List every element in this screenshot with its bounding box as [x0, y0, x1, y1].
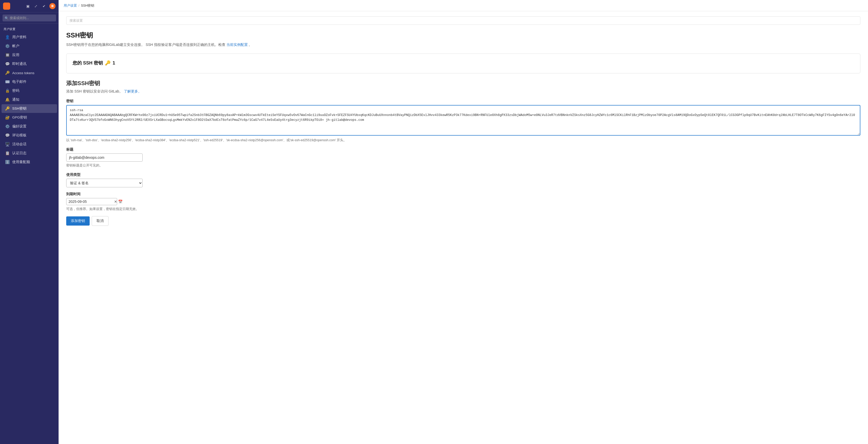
sidebar-item-profile[interactable]: 👤用户资料 [2, 33, 57, 41]
sidebar-icon-notifications: 🔔 [5, 97, 10, 102]
learn-more-link[interactable]: 了解更多。 [124, 89, 142, 93]
sidebar-item-active-sessions[interactable]: 🖥️活动会话 [2, 140, 57, 149]
sidebar-label-apps: 应用 [12, 53, 19, 57]
user-avatar[interactable]: 极 [50, 3, 56, 9]
key-field-group: 密钥 以 'ssh-rsa'、'ssh-dss'、'ecdsa-sha2-nis… [66, 99, 860, 143]
title-input[interactable] [66, 153, 143, 161]
add-ssh-form: 添加SSH密钥 添加 SSH 密钥以安全访问 GitLab。 了解更多。 密钥 … [66, 80, 860, 226]
sidebar-item-usage-quota[interactable]: ℹ️使用量配额 [2, 158, 57, 167]
sidebar-label-notifications: 通知 [12, 97, 19, 102]
ssh-keys-card: 您的 SSH 密钥 🔑 1 [66, 54, 860, 73]
sidebar-icon-gpg: 🔐 [5, 115, 10, 120]
sidebar-item-gpg[interactable]: 🔐GPG密钥 [2, 113, 57, 122]
sidebar-label-active-sessions: 活动会话 [12, 142, 27, 147]
sidebar-icon-auth-log: 📋 [5, 151, 10, 155]
date-input-wrap: ✕ 📅 [66, 198, 117, 205]
breadcrumb-parent[interactable]: 用户设置 [64, 3, 77, 8]
sidebar-item-account[interactable]: ⚙️帐户 [2, 42, 57, 51]
ssh-card-title: 您的 SSH 密钥 🔑 1 [72, 60, 854, 66]
sidebar-label-profile: 用户资料 [12, 35, 27, 39]
expiry-group: 到期时间 ✕ 📅 可选，但推荐。如果设置，密钥在指定日期无效。 [66, 192, 860, 212]
sidebar-icon-profile: 👤 [5, 35, 10, 39]
calendar-icon[interactable]: 📅 [118, 200, 123, 204]
sidebar-icon-apps: 🔲 [5, 53, 10, 57]
sidebar-label-ssh: SSH密钥 [12, 106, 27, 111]
sidebar-item-apps[interactable]: 🔲应用 [2, 51, 57, 59]
sidebar-search-input[interactable] [3, 14, 56, 22]
ssh-key-count: 1 [113, 60, 115, 66]
sidebar-search-wrap: 🔍 [3, 14, 56, 22]
sidebar-label-preferences: 偏好设置 [12, 124, 27, 129]
sidebar-item-ssh[interactable]: 🔑SSH密钥 [2, 104, 57, 113]
sidebar-icon-usage-quota: ℹ️ [5, 160, 10, 165]
title-field-group: 标题 密钥标题是公开可见的。 [66, 147, 860, 168]
key-textarea[interactable] [66, 105, 860, 136]
sidebar-icon-active-sessions: 🖥️ [5, 142, 10, 147]
page-content: SSH密钥 SSH密钥用于在您的电脑和GitLab建立安全连接。 SSH 指纹验… [59, 11, 868, 444]
breadcrumb: 用户设置 / SSH密钥 [64, 3, 94, 8]
expiry-input[interactable] [68, 200, 113, 204]
sidebar-icon-ssh: 🔑 [5, 106, 10, 111]
usage-label: 使用类型 [66, 173, 860, 177]
sidebar-icon-password: 🔒 [5, 88, 10, 93]
sidebar-item-preferences[interactable]: ⚙️偏好设置 [2, 122, 57, 131]
add-key-button[interactable]: 添加密钥 [66, 216, 90, 226]
form-title: 添加SSH密钥 [66, 80, 860, 87]
sidebar-search-area: 🔍 [0, 12, 59, 24]
sidebar-icon-access-tokens: 🔑 [5, 70, 10, 75]
svg-marker-0 [5, 4, 9, 7]
sidebar-label-access-tokens: Access tokens [12, 71, 34, 75]
sidebar-label-password: 密码 [12, 88, 19, 93]
key-hint: 以 'ssh-rsa'、'ssh-dss'、'ecdsa-sha2-nistp2… [66, 138, 860, 143]
usage-type-group: 使用类型 验证 & 签名仅验证仅签名 [66, 173, 860, 187]
sidebar-label-comment-templates: 评论模板 [12, 133, 27, 138]
title-hint: 密钥标题是公开可见的。 [66, 163, 860, 168]
sidebar-item-im[interactable]: 💬即时通讯 [2, 60, 57, 68]
sidebar-label-account: 帐户 [12, 44, 19, 49]
ssh-card-title-text: 您的 SSH 密钥 [72, 60, 103, 66]
expiry-label: 到期时间 [66, 192, 860, 197]
sidebar-label-auth-log: 认证日志 [12, 151, 27, 155]
title-label: 标题 [66, 147, 860, 152]
page-title: SSH密钥 [66, 31, 860, 40]
sidebar-merge-icon[interactable]: ⤢ [33, 3, 39, 9]
sidebar-header: ▣ ⤢ ✔ 极 [0, 0, 59, 12]
expiry-hint: 可选，但推荐。如果设置，密钥在指定日期无效。 [66, 207, 860, 212]
sidebar-item-comment-templates[interactable]: 💬评论模板 [2, 131, 57, 140]
key-icon: 🔑 [105, 60, 111, 66]
topbar: 用户设置 / SSH密钥 [59, 0, 868, 11]
breadcrumb-current: SSH密钥 [81, 3, 94, 8]
instance-config-link[interactable]: 当前实例配置 [226, 42, 248, 47]
sidebar-item-notifications[interactable]: 🔔通知 [2, 95, 57, 104]
logo-icon [3, 3, 10, 10]
sidebar-icon-email: ✉️ [5, 80, 10, 84]
sidebar-icon-preferences: ⚙️ [5, 124, 10, 129]
breadcrumb-separator: / [79, 4, 80, 7]
sidebar-logo [3, 3, 10, 10]
sidebar-icon-account: ⚙️ [5, 44, 10, 49]
key-label: 密钥 [66, 99, 860, 103]
sidebar: ▣ ⤢ ✔ 极 🔍 用户设置 👤用户资料⚙️帐户🔲应用💬即时通讯🔑Access … [0, 0, 59, 444]
page-description: SSH密钥用于在您的电脑和GitLab建立安全连接。 SSH 指纹验证客户端是否… [66, 42, 860, 48]
page-desc-text-before: SSH密钥用于在您的电脑和GitLab建立安全连接。 SSH 指纹验证客户端是否… [66, 42, 225, 47]
sidebar-item-access-tokens[interactable]: 🔑Access tokens [2, 68, 57, 77]
form-desc-text: 添加 SSH 密钥以安全访问 GitLab。 [66, 89, 123, 93]
page-desc-text-after: 。 [249, 42, 252, 47]
sidebar-label-im: 即时通讯 [12, 62, 27, 66]
cancel-button[interactable]: 取消 [92, 216, 108, 226]
sidebar-label-gpg: GPG密钥 [12, 115, 27, 120]
usage-select[interactable]: 验证 & 签名仅验证仅签名 [66, 179, 143, 187]
settings-search-input[interactable] [66, 16, 860, 25]
sidebar-label-email: 电子邮件 [12, 80, 27, 84]
sidebar-item-email[interactable]: ✉️电子邮件 [2, 78, 57, 86]
sidebar-panel-icon[interactable]: ▣ [25, 3, 31, 9]
sidebar-icon-comment-templates: 💬 [5, 133, 10, 138]
sidebar-item-auth-log[interactable]: 📋认证日志 [2, 149, 57, 157]
form-description: 添加 SSH 密钥以安全访问 GitLab。 了解更多。 [66, 89, 860, 94]
sidebar-header-icons: ▣ ⤢ ✔ 极 [25, 3, 56, 9]
sidebar-item-password[interactable]: 🔒密码 [2, 86, 57, 95]
date-clear-icon[interactable]: ✕ [114, 200, 117, 204]
main-area: 用户设置 / SSH密钥 SSH密钥 SSH密钥用于在您的电脑和GitLab建立… [59, 0, 868, 444]
sidebar-nav: 👤用户资料⚙️帐户🔲应用💬即时通讯🔑Access tokens✉️电子邮件🔒密码… [0, 33, 59, 167]
sidebar-todo-icon[interactable]: ✔ [41, 3, 47, 9]
